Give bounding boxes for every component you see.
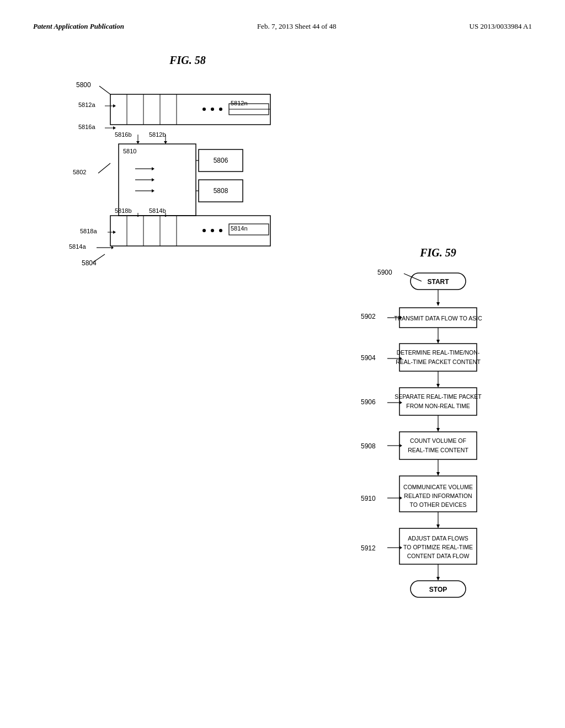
header-patent-number: US 2013/0033984 A1 <box>470 22 532 31</box>
svg-marker-112 <box>436 524 440 528</box>
svg-point-49 <box>219 229 222 232</box>
svg-marker-52 <box>113 231 116 234</box>
svg-text:REAL-TIME CONTENT: REAL-TIME CONTENT <box>408 447 468 453</box>
svg-text:5912: 5912 <box>361 544 376 552</box>
fig59-section: FIG. 59 5900 START 5902 TRANSMIT DATA FL… <box>328 243 548 697</box>
svg-rect-91 <box>399 388 477 415</box>
svg-text:5902: 5902 <box>361 313 376 320</box>
svg-point-10 <box>219 108 222 111</box>
svg-text:5802: 5802 <box>73 169 86 175</box>
svg-text:5818a: 5818a <box>80 228 97 234</box>
svg-text:TO OTHER DEVICES: TO OTHER DEVICES <box>409 501 466 508</box>
svg-text:DETERMINE REAL-TIME/NON-: DETERMINE REAL-TIME/NON- <box>397 349 480 356</box>
svg-rect-83 <box>399 344 477 371</box>
svg-text:REAL-TIME PACKET CONTENT: REAL-TIME PACKET CONTENT <box>396 358 481 365</box>
svg-text:COMMUNICATE VOLUME: COMMUNICATE VOLUME <box>403 484 473 490</box>
svg-marker-79 <box>436 340 440 344</box>
svg-point-47 <box>202 229 206 232</box>
svg-point-48 <box>211 229 214 232</box>
svg-text:5900: 5900 <box>377 269 392 276</box>
svg-text:5818b: 5818b <box>115 207 132 214</box>
svg-text:5814b: 5814b <box>149 207 166 214</box>
svg-text:TO OPTIMIZE REAL-TIME: TO OPTIMIZE REAL-TIME <box>403 544 473 550</box>
header-publication-label: Patent Application Publication <box>33 22 124 31</box>
svg-text:TRANSMIT DATA FLOW TO ASIC: TRANSMIT DATA FLOW TO ASIC <box>394 315 482 322</box>
svg-text:5814a: 5814a <box>69 243 86 250</box>
svg-text:5904: 5904 <box>361 354 376 362</box>
svg-marker-121 <box>436 577 440 581</box>
svg-marker-55 <box>136 216 140 217</box>
svg-text:5810: 5810 <box>123 148 136 154</box>
svg-marker-72 <box>436 302 440 306</box>
header: Patent Application Publication Feb. 7, 2… <box>33 22 532 31</box>
fig58-section: FIG. 58 5800 5812a 5812n <box>33 47 532 274</box>
svg-marker-103 <box>436 472 440 476</box>
svg-line-68 <box>404 274 422 281</box>
page: Patent Application Publication Feb. 7, 2… <box>0 0 565 728</box>
fig58-diagram: FIG. 58 5800 5812a 5812n <box>33 47 309 274</box>
svg-text:5906: 5906 <box>361 398 376 406</box>
svg-text:5812a: 5812a <box>78 101 95 108</box>
svg-text:5814n: 5814n <box>231 225 248 232</box>
svg-text:5816b: 5816b <box>115 131 132 138</box>
svg-text:5816a: 5816a <box>78 124 95 130</box>
svg-marker-58 <box>164 216 167 217</box>
svg-line-65 <box>93 254 105 263</box>
fig59-diagram: FIG. 59 5900 START 5902 TRANSMIT DATA FL… <box>328 243 548 695</box>
svg-point-8 <box>202 108 206 111</box>
svg-text:5910: 5910 <box>361 495 376 502</box>
svg-marker-35 <box>152 189 154 192</box>
svg-text:5806: 5806 <box>214 157 228 164</box>
svg-text:SEPARATE REAL-TIME PACKET: SEPARATE REAL-TIME PACKET <box>395 393 482 400</box>
svg-text:5804: 5804 <box>82 259 97 267</box>
svg-text:START: START <box>427 278 449 286</box>
svg-text:5908: 5908 <box>361 442 376 450</box>
svg-rect-99 <box>399 432 477 459</box>
svg-marker-31 <box>152 167 154 170</box>
svg-marker-13 <box>113 104 116 108</box>
svg-marker-95 <box>436 428 440 432</box>
svg-text:5812b: 5812b <box>149 131 166 138</box>
svg-marker-61 <box>111 246 114 249</box>
svg-text:5812n: 5812n <box>231 100 248 106</box>
svg-text:ADJUST DATA FLOWS: ADJUST DATA FLOWS <box>408 535 468 542</box>
svg-text:5800: 5800 <box>76 81 91 89</box>
svg-marker-19 <box>113 126 116 130</box>
svg-marker-33 <box>152 178 154 181</box>
svg-marker-87 <box>436 384 440 388</box>
svg-text:CONTENT DATA FLOW: CONTENT DATA FLOW <box>407 553 470 559</box>
svg-line-2 <box>99 86 110 94</box>
svg-text:RELATED INFORMATION: RELATED INFORMATION <box>404 493 472 499</box>
svg-text:STOP: STOP <box>429 586 447 593</box>
svg-line-27 <box>98 163 110 173</box>
svg-text:5808: 5808 <box>214 187 228 195</box>
svg-point-9 <box>211 108 214 111</box>
svg-text:FROM NON-REAL TIME: FROM NON-REAL TIME <box>406 403 470 409</box>
svg-text:FIG. 58: FIG. 58 <box>169 54 206 66</box>
header-sheet-info: Feb. 7, 2013 Sheet 44 of 48 <box>257 22 337 31</box>
svg-text:COUNT VOLUME OF: COUNT VOLUME OF <box>410 437 466 444</box>
svg-rect-28 <box>119 144 196 216</box>
svg-text:FIG. 59: FIG. 59 <box>419 247 456 259</box>
